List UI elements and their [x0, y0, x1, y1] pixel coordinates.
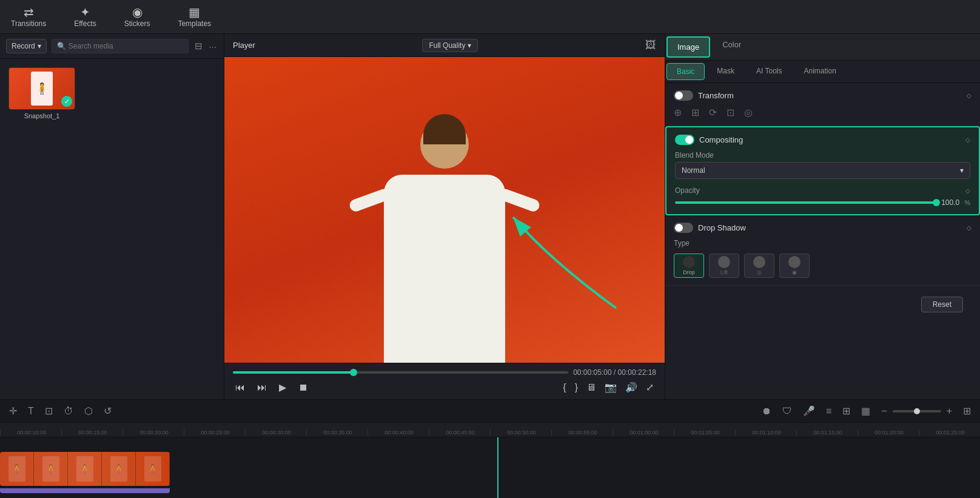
stop-button[interactable]: ⏹: [296, 381, 310, 394]
tl-undo-tool[interactable]: ↺: [101, 403, 115, 419]
tl-subtitle-btn[interactable]: ≡: [823, 404, 834, 419]
total-time: 00:00:22:18: [618, 368, 656, 377]
progress-thumb[interactable]: [350, 369, 357, 376]
search-input[interactable]: [69, 42, 184, 50]
search-icon: 🔍: [57, 42, 66, 50]
effects-button[interactable]: ✦ Effects: [69, 4, 101, 30]
transitions-button[interactable]: ⇄ Transitions: [6, 4, 51, 30]
reset-button[interactable]: Reset: [921, 297, 963, 312]
play-button[interactable]: ▶: [277, 380, 289, 394]
tl-shield-btn[interactable]: 🛡: [779, 404, 795, 419]
tl-timer-tool[interactable]: ⏱: [61, 404, 76, 419]
effects-label: Effects: [74, 19, 96, 28]
sub-tab-mask[interactable]: Mask: [707, 63, 744, 80]
templates-label: Templates: [178, 19, 211, 28]
fullscreen-button[interactable]: ⤢: [643, 380, 656, 394]
zoom-slider[interactable]: [893, 410, 941, 412]
prev-frame-button[interactable]: ⏮: [233, 381, 247, 394]
stickers-button[interactable]: ◉ Stickers: [119, 4, 155, 30]
drop-shadow-toggle[interactable]: [674, 223, 693, 233]
transform-toggle[interactable]: [674, 90, 693, 101]
volume-button[interactable]: 🔊: [623, 380, 640, 394]
opacity-label: Opacity: [675, 186, 700, 195]
player-area: [224, 57, 665, 363]
blend-dropdown-icon: ▾: [960, 166, 964, 175]
opacity-diamond-icon[interactable]: ◇: [965, 187, 970, 194]
video-track-strip: 🧍 🧍 🧍 🧍 🧍: [0, 452, 170, 486]
shadow-type3-label: ◎: [757, 269, 762, 275]
media-item[interactable]: 🧍 ✓ Snapshot_1: [8, 67, 75, 119]
bottom-area: ✛ T ⊡ ⏱ ⬡ ↺ ⏺ 🛡 🎤 ≡ ⊞ ▦ − + ⊞ 00:00:10:0…: [0, 399, 980, 498]
tl-shape-tool[interactable]: ⬡: [81, 403, 96, 419]
shadow-lift-label: Lift: [720, 269, 728, 275]
drop-shadow-toggle-knob: [675, 224, 683, 232]
progress-bar[interactable]: [233, 371, 568, 374]
ruler-mark: 00:01:15:00: [796, 429, 858, 436]
monitor-button[interactable]: 🖥: [584, 380, 599, 394]
drop-shadow-diamond-icon[interactable]: ◇: [967, 224, 972, 231]
mark-out-button[interactable]: }: [572, 380, 580, 394]
ruler-mark: 00:00:55:00: [551, 429, 612, 436]
tl-grid-btn[interactable]: ⊞: [960, 403, 974, 419]
tl-collab-btn[interactable]: ⊞: [839, 403, 853, 419]
record-label: Record: [12, 42, 35, 50]
shadow-type-lift[interactable]: Lift: [709, 254, 739, 278]
playhead: [497, 437, 498, 498]
snapshot-button[interactable]: 📷: [602, 380, 619, 394]
shadow-type-3[interactable]: ◎: [744, 254, 774, 278]
blend-mode-label: Blend Mode: [675, 151, 970, 160]
transitions-label: Transitions: [11, 19, 46, 28]
stickers-label: Stickers: [124, 19, 150, 28]
templates-button[interactable]: ▦ Templates: [173, 4, 216, 30]
search-box[interactable]: 🔍: [52, 39, 189, 53]
more-options-button[interactable]: ···: [207, 39, 218, 53]
compositing-diamond-icon[interactable]: ◇: [965, 136, 970, 143]
templates-icon: ▦: [189, 6, 200, 18]
tl-select-tool[interactable]: ✛: [6, 403, 20, 419]
screenshot-icon[interactable]: 🖼: [645, 39, 656, 52]
transform-section-header: Transform ◇: [674, 90, 972, 101]
compositing-toggle[interactable]: [675, 135, 694, 145]
step-forward-button[interactable]: ⏭: [255, 381, 269, 394]
tl-crop-tool[interactable]: ⊡: [42, 403, 56, 419]
video-background: [224, 57, 665, 363]
player-header: Player Full Quality ▾ 🖼: [224, 34, 665, 57]
right-panel: Image Color Basic Mask AI Tools Animatio…: [665, 34, 980, 399]
transform-title: Transform: [698, 91, 734, 100]
shadow-type-4[interactable]: ◉: [779, 254, 810, 278]
zoom-in-button[interactable]: +: [944, 404, 955, 419]
transform-diamond-icon[interactable]: ◇: [967, 92, 972, 99]
sub-tab-ai-tools[interactable]: AI Tools: [747, 63, 791, 80]
check-badge: ✓: [61, 96, 72, 107]
tab-image[interactable]: Image: [666, 36, 710, 58]
tl-text-tool[interactable]: T: [25, 404, 37, 419]
controls-row: ⏮ ⏭ ▶ ⏹ { } 🖥 📷 🔊 ⤢: [233, 380, 656, 394]
tl-caption-btn[interactable]: ▦: [858, 403, 873, 419]
opacity-slider[interactable]: [675, 201, 936, 204]
tab-color-label: Color: [722, 40, 741, 49]
track-frame-4: 🧍: [102, 452, 136, 486]
blend-mode-select[interactable]: Normal ▾: [675, 162, 970, 179]
shadow-type-label: Type: [674, 239, 972, 247]
ctrl-group: { } 🖥 📷 🔊 ⤢: [560, 380, 656, 394]
ruler-mark: 00:00:30:00: [245, 429, 306, 436]
blend-mode-row: Blend Mode Normal ▾: [675, 151, 970, 179]
mark-in-button[interactable]: {: [560, 380, 568, 394]
tl-record-btn[interactable]: ⏺: [759, 404, 774, 419]
tab-color[interactable]: Color: [711, 34, 752, 60]
transitions-icon: ⇄: [24, 6, 34, 18]
ruler-mark: 00:01:05:00: [674, 429, 735, 436]
record-dropdown[interactable]: Record ▾: [6, 39, 47, 53]
sub-tab-mask-label: Mask: [717, 67, 734, 75]
ruler-mark: 00:01:25:00: [919, 429, 980, 436]
quality-select[interactable]: Full Quality ▾: [422, 39, 478, 52]
zoom-out-button[interactable]: −: [878, 404, 890, 419]
sub-tab-basic[interactable]: Basic: [666, 63, 705, 80]
opacity-thumb[interactable]: [933, 199, 940, 206]
sub-tab-basic-label: Basic: [677, 67, 694, 76]
tl-mic-btn[interactable]: 🎤: [800, 403, 818, 419]
sub-tab-animation[interactable]: Animation: [794, 63, 845, 80]
filter-button[interactable]: ⊟: [193, 39, 204, 53]
shadow-type-drop[interactable]: Drop: [674, 254, 704, 278]
opacity-label-row: Opacity ◇: [675, 186, 970, 195]
